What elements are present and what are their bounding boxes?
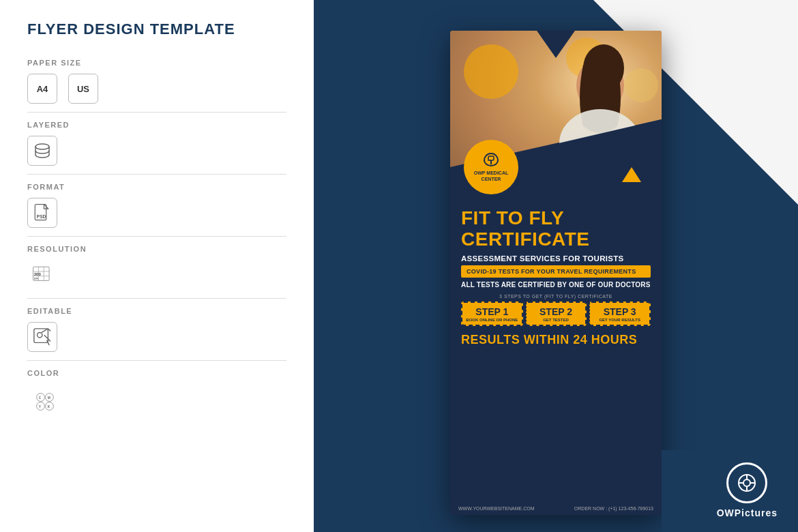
svg-text:DPI: DPI <box>34 277 39 280</box>
psd-icon: PSD <box>27 198 57 228</box>
a4-icon: A4 <box>27 74 57 104</box>
flyer-logo-text: OWP MEDICAL CENTER <box>464 171 518 182</box>
results-line: RESULTS WITHIN 24 HOURS <box>461 333 651 347</box>
step-3-box: STEP 3 GET YOUR RESULTS <box>589 301 651 326</box>
svg-point-27 <box>464 44 518 99</box>
step-3-num: STEP 3 <box>593 307 647 316</box>
svg-point-14 <box>38 332 42 337</box>
color-icons: C M Y K <box>27 384 286 419</box>
svg-point-0 <box>35 144 49 149</box>
a4-label: A4 <box>37 84 48 94</box>
paper-size-icons: A4 US <box>27 74 286 104</box>
step-3-desc: GET YOUR RESULTS <box>593 318 647 322</box>
flyer-card: OWP MEDICAL CENTER FIT TO FLY CERTIFICAT… <box>450 31 662 515</box>
svg-point-29 <box>624 68 658 102</box>
flyer-top-arrow <box>537 31 575 58</box>
divider-3 <box>27 236 286 237</box>
step-2-box: STEP 2 GET TESTED <box>526 301 587 326</box>
layered-section: LAYERED <box>27 121 286 166</box>
resolution-label: RESOLUTION <box>27 245 286 253</box>
flyer-covid-text: COVID-19 TESTS FOR YOUR TRAVEL REQUIREME… <box>467 268 645 275</box>
flyer-covid-bar: COVID-19 TESTS FOR YOUR TRAVEL REQUIREME… <box>461 265 651 278</box>
editable-icon <box>27 322 57 352</box>
flyer-headline1: FIT TO FLY CERTIFICATE <box>461 208 651 250</box>
paper-size-label: PAPER SIZE <box>27 59 286 67</box>
svg-text:C: C <box>39 396 42 400</box>
color-section: COLOR C M Y K <box>27 369 286 419</box>
divider-1 <box>27 112 286 113</box>
page-title: FLYER DESIGN TEMPLATE <box>27 20 286 38</box>
resolution-icon: 300 DPI <box>27 260 57 290</box>
format-section: FORMAT PSD <box>27 183 286 228</box>
step-1-num: STEP 1 <box>465 307 519 316</box>
left-panel: FLYER DESIGN TEMPLATE PAPER SIZE A4 US L… <box>0 0 314 532</box>
svg-text:M: M <box>48 396 50 400</box>
resolution-section: RESOLUTION 300 DPI <box>27 245 286 290</box>
svg-text:Y: Y <box>39 405 42 409</box>
flyer-certified: ALL TESTS ARE CERTIFIED BY ONE OF OUR DO… <box>461 281 651 289</box>
owp-logo-text: OWPictures <box>717 507 778 518</box>
svg-text:PSD: PSD <box>37 214 46 219</box>
svg-text:300: 300 <box>34 271 42 276</box>
flyer-logo-circle: OWP MEDICAL CENTER <box>464 140 518 194</box>
flyer-small-triangle <box>622 167 641 182</box>
flyer-footer: WWW.YOURWEBSITENAME.COM ORDER NOW : (+1)… <box>450 502 662 515</box>
right-panel: OWP MEDICAL CENTER FIT TO FLY CERTIFICAT… <box>314 0 798 532</box>
footer-url: WWW.YOURWEBSITENAME.COM <box>458 506 534 511</box>
flyer-content: FIT TO FLY CERTIFICATE ASSESSMENT SERVIC… <box>450 201 662 357</box>
layered-icons <box>27 136 286 166</box>
svg-rect-13 <box>34 329 48 343</box>
divider-4 <box>27 298 286 299</box>
step-2-desc: GET TESTED <box>529 318 583 322</box>
paper-size-section: PAPER SIZE A4 US <box>27 59 286 104</box>
svg-line-15 <box>42 329 48 333</box>
format-icons: PSD <box>27 198 286 228</box>
layers-icon <box>27 136 57 166</box>
svg-text:K: K <box>48 405 50 409</box>
step-1-desc: BOOK ONLINE OR PHONE <box>465 318 519 322</box>
cmyk-icon: C M Y K <box>27 384 63 419</box>
divider-2 <box>27 174 286 175</box>
owp-logo-circle <box>726 462 767 503</box>
step-2-num: STEP 2 <box>529 307 583 316</box>
owp-logo: OWPictures <box>717 462 778 518</box>
editable-label: EDITABLE <box>27 307 286 315</box>
editable-section: EDITABLE <box>27 307 286 352</box>
step-1-box: STEP 1 BOOK ONLINE OR PHONE <box>461 301 523 326</box>
color-label: COLOR <box>27 369 286 377</box>
steps-header: 3 STEPS TO GET (FIT TO FLY) CERTIFICATE <box>461 294 651 299</box>
us-icon: US <box>68 74 98 104</box>
format-label: FORMAT <box>27 183 286 191</box>
svg-point-37 <box>743 479 750 486</box>
divider-5 <box>27 360 286 361</box>
footer-phone: ORDER NOW : (+1) 123-456-789013 <box>574 506 653 511</box>
resolution-icons: 300 DPI <box>27 260 286 290</box>
editable-icons <box>27 322 286 352</box>
flyer-subheadline: ASSESSMENT SERVICES FOR TOURISTS <box>461 254 651 263</box>
us-label: US <box>77 84 89 94</box>
steps-row: STEP 1 BOOK ONLINE OR PHONE STEP 2 GET T… <box>461 301 651 326</box>
layered-label: LAYERED <box>27 121 286 129</box>
